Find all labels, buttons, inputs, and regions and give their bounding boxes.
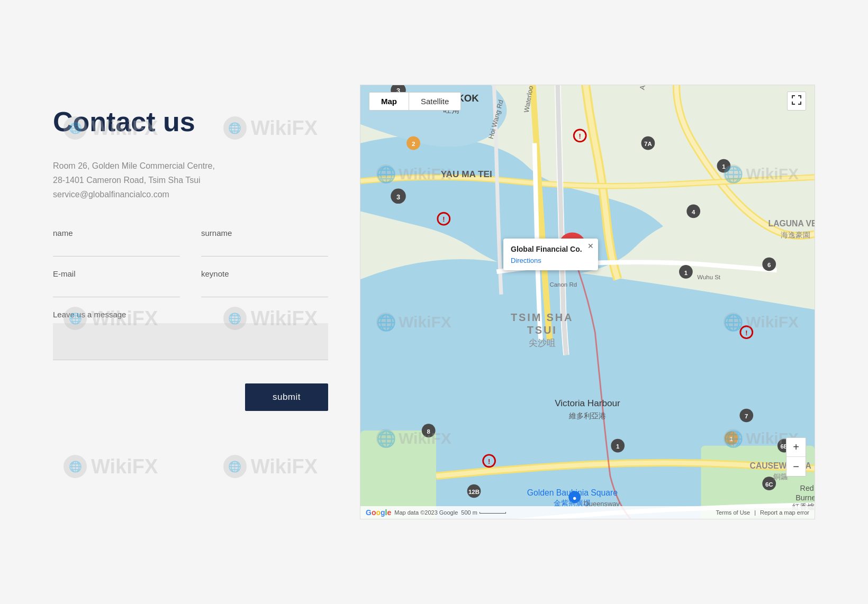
map-tab-group: Map Satellite — [369, 92, 461, 111]
map-footer-right: Terms of Use | Report a map error — [716, 509, 809, 516]
fullscreen-button[interactable] — [787, 91, 806, 111]
svg-text:尖沙咀: 尖沙咀 — [529, 337, 556, 348]
svg-text:海逸豪園: 海逸豪園 — [781, 231, 810, 239]
svg-text:1: 1 — [616, 443, 620, 450]
map-background: 3 3 2 7A 6E 7E 7A 3 — [360, 85, 815, 519]
name-input[interactable] — [53, 241, 180, 257]
email: service@globalfinancialco.com — [53, 187, 328, 202]
svg-text:!: ! — [579, 132, 581, 140]
report-error-link[interactable]: Report a map error — [760, 509, 809, 516]
svg-text:12B: 12B — [468, 489, 480, 495]
scale-value: 500 m — [461, 509, 477, 516]
surname-field: surname — [201, 228, 328, 257]
wikifx-watermark-bot-left: 🌐 WikiFX — [64, 455, 158, 478]
map-info-popup: ✕ Global Financial Co. Directions — [503, 239, 598, 270]
surname-label: surname — [201, 228, 328, 237]
map-svg: 3 3 2 7A 6E 7E 7A 3 — [360, 85, 815, 519]
svg-text:●: ● — [573, 494, 577, 502]
zoom-out-button[interactable]: − — [786, 457, 806, 476]
map-tab-satellite[interactable]: Satellite — [409, 93, 460, 110]
svg-text:!: ! — [745, 329, 747, 337]
svg-text:7A: 7A — [644, 141, 652, 147]
submit-row: submit — [53, 383, 328, 411]
svg-text:LAGUNA VER: LAGUNA VER — [768, 219, 815, 228]
svg-text:TSUI: TSUI — [527, 324, 557, 336]
email-field: E-mail — [53, 269, 180, 297]
svg-text:1: 1 — [722, 163, 726, 170]
popup-directions-link[interactable]: Directions — [511, 257, 541, 264]
svg-text:2: 2 — [412, 141, 415, 147]
svg-text:6C: 6C — [765, 481, 773, 488]
scale-line — [480, 512, 506, 514]
zoom-in-button[interactable]: + — [786, 438, 806, 457]
page-container: 🌐 WikiFX 🌐 WikiFX 🌐 WikiFX 🌐 WikiFX 🌐 Wi… — [0, 0, 868, 604]
submit-button[interactable]: submit — [245, 383, 328, 411]
map-footer: Google Map data ©2023 Google 500 m Terms… — [360, 506, 815, 519]
surname-input[interactable] — [201, 241, 328, 257]
svg-text:1: 1 — [730, 436, 734, 442]
email-input[interactable] — [53, 281, 180, 297]
svg-text:6: 6 — [767, 262, 771, 268]
fullscreen-icon — [792, 95, 801, 105]
svg-text:Wuhu St: Wuhu St — [697, 274, 720, 280]
message-section: Leave us a message — [53, 310, 328, 362]
map-tab-map[interactable]: Map — [369, 93, 409, 110]
content-wrapper: 🌐 WikiFX 🌐 WikiFX 🌐 WikiFX 🌐 WikiFX 🌐 Wi… — [53, 85, 815, 519]
address-line2: 28-1401 Cameron Road, Tsim Sha Tsui — [53, 173, 328, 187]
contact-title: Contact us — [53, 106, 328, 138]
map-footer-left: Google Map data ©2023 Google 500 m — [366, 508, 506, 517]
svg-text:4: 4 — [692, 209, 695, 215]
popup-title: Global Financial Co. — [511, 245, 591, 253]
name-label: name — [53, 228, 180, 237]
google-logo: Google — [366, 508, 391, 517]
svg-text:Victoria Harbour: Victoria Harbour — [555, 398, 620, 408]
svg-text:3: 3 — [396, 193, 400, 201]
svg-text:!: ! — [442, 215, 445, 223]
svg-text:維多利亞港: 維多利亞港 — [568, 411, 606, 420]
map-toolbar: Map Satellite — [360, 91, 815, 111]
keynote-field: keynote — [201, 269, 328, 297]
svg-text:Red: Red — [800, 484, 814, 493]
address-line1: Room 26, Golden Mile Commercial Centre, — [53, 159, 328, 173]
email-label: E-mail — [53, 269, 180, 278]
address-block: Room 26, Golden Mile Commercial Centre, … — [53, 159, 328, 202]
keynote-label: keynote — [201, 269, 328, 278]
map-data-label: Map data ©2023 Google — [394, 509, 458, 516]
scale-bar: 500 m — [461, 509, 506, 516]
keynote-input[interactable] — [201, 281, 328, 297]
svg-text:1: 1 — [684, 270, 688, 276]
svg-text:YAU MA TEI: YAU MA TEI — [441, 169, 492, 179]
left-panel: 🌐 WikiFX 🌐 WikiFX 🌐 WikiFX 🌐 WikiFX 🌐 Wi… — [53, 85, 328, 422]
wikifx-logo-br: 🌐 — [223, 455, 247, 478]
svg-text:TSIM SHA: TSIM SHA — [511, 312, 573, 323]
map-panel: 3 3 2 7A 6E 7E 7A 3 — [360, 85, 815, 519]
svg-text:8: 8 — [427, 428, 431, 435]
map-zoom-controls: + − — [786, 437, 806, 477]
popup-close-button[interactable]: ✕ — [587, 242, 594, 250]
wikifx-watermark-bot-right: 🌐 WikiFX — [223, 455, 318, 478]
svg-text:7: 7 — [745, 413, 748, 419]
svg-rect-3 — [360, 431, 436, 519]
map-container[interactable]: 3 3 2 7A 6E 7E 7A 3 — [360, 85, 815, 519]
name-field: name — [53, 228, 180, 257]
svg-text:!: ! — [488, 457, 490, 465]
svg-text:Canon Rd: Canon Rd — [550, 281, 577, 288]
wikifx-logo-bl: 🌐 — [64, 455, 87, 478]
message-label: Leave us a message — [53, 310, 328, 319]
message-textarea[interactable] — [53, 323, 328, 360]
svg-text:Burner: Burner — [795, 493, 815, 502]
terms-of-use-link[interactable]: Terms of Use — [716, 509, 750, 516]
form-grid: name surname E-mail keynote — [53, 228, 328, 297]
